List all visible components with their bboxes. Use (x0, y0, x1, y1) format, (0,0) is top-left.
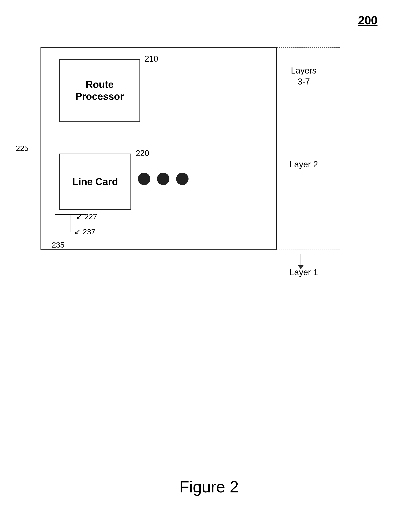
dashed-line-bot (277, 249, 340, 250)
diagram-area: RouteProcessor 210 Line Card 220 (27, 34, 376, 281)
route-processor-label: RouteProcessor (75, 79, 124, 102)
dashed-line-mid (277, 142, 340, 142)
layer2-label: Layer 2 (283, 160, 324, 169)
label-210: 210 (145, 54, 158, 64)
page: 200 RouteProcessor (0, 0, 418, 532)
figure-caption: Figure 2 (179, 478, 239, 496)
label-237: ↙ 237 (74, 227, 95, 236)
line-card-box: Line Card (59, 154, 131, 210)
label-235: 235 (52, 241, 65, 249)
sub-box-left (55, 214, 70, 232)
layers-37-label: Layers3-7 (283, 65, 324, 88)
label-220: 220 (136, 149, 149, 158)
route-processor-box: RouteProcessor (59, 59, 140, 122)
figure-number: 200 (358, 13, 378, 27)
dashed-line-top (277, 47, 340, 48)
route-processor-section: RouteProcessor 210 (41, 48, 276, 142)
line-card-label: Line Card (72, 176, 118, 187)
dot-2 (157, 173, 169, 185)
dot-1 (138, 173, 150, 185)
label-227: ↙ 227 (76, 212, 97, 221)
layer1-label: Layer 1 (283, 268, 324, 277)
arrow-shaft (301, 254, 301, 265)
outer-device-box: RouteProcessor 210 Line Card 220 (40, 47, 277, 249)
dots-row (138, 173, 188, 185)
dot-3 (176, 173, 188, 185)
label-225: 225 (16, 144, 29, 153)
layer1-arrow (298, 254, 303, 269)
